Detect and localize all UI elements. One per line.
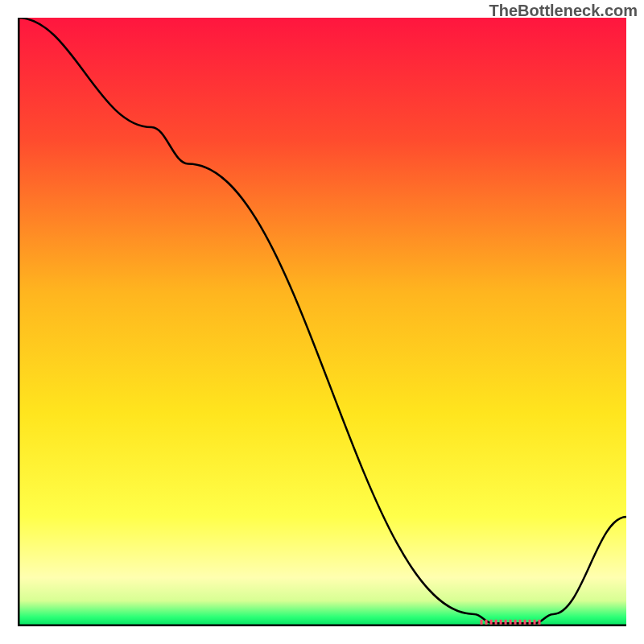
- bottleneck-chart: [18, 18, 626, 626]
- gradient-background: [18, 18, 626, 626]
